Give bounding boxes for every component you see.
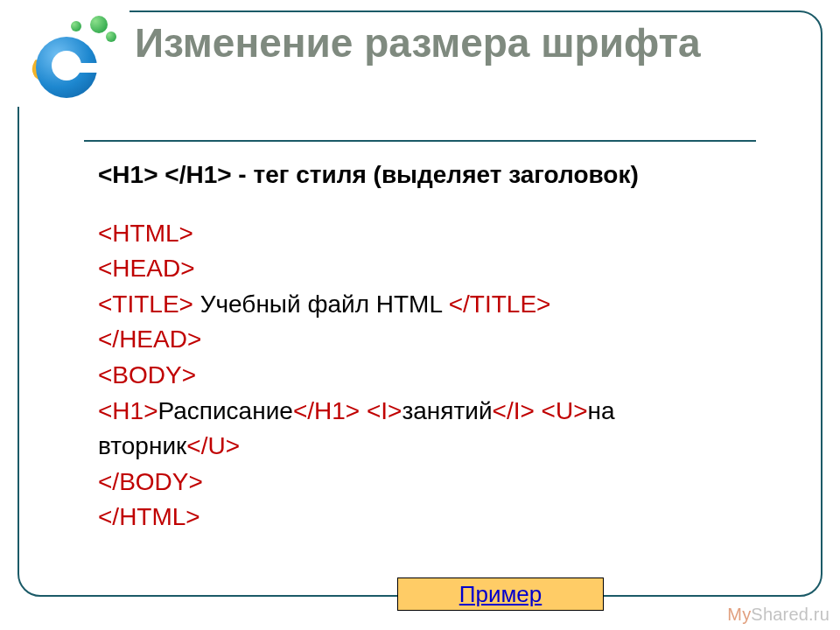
content-area: <H1> </H1> - тег стиля (выделяет заголов…	[60, 140, 780, 578]
ie-logo-icon	[18, 9, 130, 107]
slide-frame: Изменение размера шрифта <H1> </H1> - те…	[18, 10, 822, 597]
divider	[84, 140, 756, 142]
subheading: <H1> </H1> - тег стиля (выделяет заголов…	[98, 158, 742, 193]
code-line: <HTML>	[98, 216, 742, 252]
code-line: </HTML>	[98, 500, 742, 536]
example-link-box[interactable]: Пример	[397, 578, 604, 611]
example-link[interactable]: Пример	[459, 581, 542, 608]
code-line: <H1>Расписание</H1> <I>занятий</I> <U>на…	[98, 394, 742, 465]
code-line: <BODY>	[98, 358, 742, 394]
code-line: <HEAD>	[98, 251, 742, 287]
code-line: </HEAD>	[98, 322, 742, 358]
slide-title: Изменение размера шрифта	[130, 12, 821, 66]
header: Изменение размера шрифта	[19, 12, 821, 107]
watermark: MyShared.ru	[727, 605, 830, 625]
body-text: <H1> </H1> - тег стиля (выделяет заголов…	[60, 158, 780, 536]
code-line: <TITLE> Учебный файл HTML </TITLE>	[98, 287, 742, 323]
code-line: </BODY>	[98, 465, 742, 500]
